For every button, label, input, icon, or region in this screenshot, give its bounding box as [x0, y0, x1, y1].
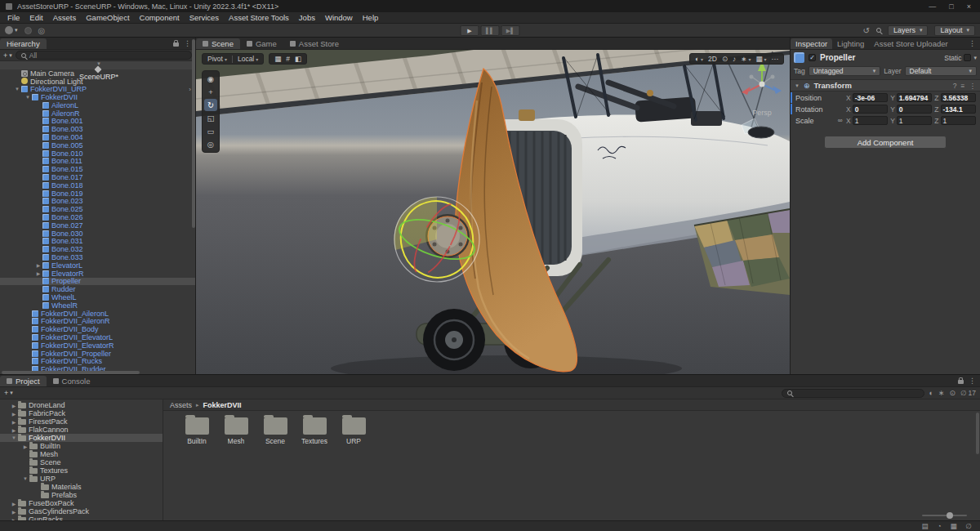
hierarchy-item[interactable]: Bone.010 — [0, 149, 195, 158]
expander-icon[interactable]: ▶ — [10, 501, 18, 506]
presets-icon[interactable]: ≡ — [961, 82, 965, 90]
scene-toolbar-icon[interactable]: ⊙▾ — [722, 55, 728, 63]
project-tree-item[interactable]: Textures — [0, 466, 163, 475]
expander-icon[interactable]: ▶ — [21, 444, 29, 449]
constrain-proportions-icon[interactable]: ∞ — [836, 117, 844, 124]
hierarchy-item[interactable]: AileronL — [0, 101, 195, 109]
hierarchy-item[interactable]: Bone.025 — [0, 205, 195, 213]
project-tab[interactable]: Console — [47, 375, 97, 386]
hierarchy-item[interactable]: FokkerDVII_AileronL — [0, 310, 195, 318]
menu-item[interactable]: Edit — [24, 13, 47, 22]
expander-icon[interactable]: ▼ — [13, 87, 21, 91]
lock-icon[interactable] — [173, 42, 179, 47]
hierarchy-item[interactable]: FokkerDVII_Propeller — [0, 350, 195, 358]
hierarchy-item[interactable]: FokkerDVII_ElevatorL — [0, 333, 195, 341]
status-icon[interactable]: ◔ — [937, 522, 941, 530]
lock-icon[interactable] — [958, 380, 964, 384]
layer-dropdown[interactable]: Default▾ — [905, 66, 978, 76]
playback-button[interactable]: ▶ — [461, 25, 479, 36]
project-tree-item[interactable]: ▶ FlakCannon — [0, 426, 163, 434]
project-search-input[interactable] — [782, 389, 924, 398]
folder-tile[interactable]: URP — [338, 417, 369, 445]
scene-toolbar-icon[interactable]: 2D▾ — [708, 55, 717, 63]
scene-tool-button[interactable]: ▭ — [204, 125, 217, 137]
create-object-button[interactable]: +▾ — [3, 51, 12, 60]
hierarchy-item[interactable]: Bone.030 — [0, 230, 195, 238]
hierarchy-item[interactable]: Bone.005 — [0, 141, 195, 149]
status-icon[interactable]: ▤ — [921, 522, 928, 530]
hierarchy-item[interactable]: FokkerDVII_Rucks — [0, 357, 195, 365]
inspector-tab[interactable]: Asset Store Uploader — [869, 38, 952, 49]
account-button[interactable]: ▾ — [5, 26, 18, 34]
active-checkbox[interactable]: ✓ — [808, 54, 816, 61]
folder-tile[interactable]: Scene — [260, 417, 291, 445]
hierarchy-item[interactable]: ▼ FokkerDVII_URP › — [0, 85, 195, 93]
project-tree-item[interactable]: Materials — [0, 483, 163, 491]
project-tree-item[interactable]: ▶ GasCylindersPack — [0, 507, 163, 515]
undo-history-icon[interactable]: ↺ — [863, 26, 870, 35]
help-icon[interactable]: ? — [953, 82, 957, 90]
thumbnail-zoom-slider[interactable] — [922, 515, 967, 516]
project-tree-item[interactable]: ▶ DroneLand — [0, 401, 163, 409]
project-tab[interactable]: Project — [0, 376, 47, 386]
project-toolbar-icon[interactable]: ⊙ — [950, 389, 956, 397]
expander-icon[interactable]: ▶ — [34, 270, 42, 276]
snap-icon[interactable]: #▾ — [286, 55, 290, 63]
hierarchy-hscrollbar[interactable] — [0, 371, 192, 374]
hierarchy-item[interactable]: ▶ ElevatorR — [0, 270, 195, 278]
component-menu-icon[interactable]: ⋮ — [969, 82, 977, 90]
menu-item[interactable]: Asset Store Tools — [224, 13, 294, 22]
static-toggle[interactable]: Static▾ — [944, 54, 977, 62]
expander-icon[interactable]: ▼ — [21, 476, 29, 481]
menu-item[interactable]: GameObject — [81, 13, 134, 22]
scene-tool-button[interactable]: ◱ — [204, 112, 217, 124]
expander-icon[interactable]: ▶ — [10, 403, 18, 408]
expander-icon[interactable]: ▼ — [10, 435, 18, 440]
hierarchy-item[interactable]: FokkerDVII_AileronR — [0, 318, 195, 326]
hierarchy-item[interactable]: Bone.032 — [0, 245, 195, 253]
menu-item[interactable]: Help — [358, 13, 384, 22]
hierarchy-item[interactable]: Bone.019 — [0, 190, 195, 198]
expander-icon[interactable]: ▶ — [10, 509, 18, 515]
z-value-field[interactable]: 1 — [941, 116, 976, 125]
pivot-toggle[interactable]: Pivot▾ — [207, 55, 227, 63]
scene-toolbar-icon[interactable]: ♪▾ — [733, 55, 736, 63]
x-value-field[interactable]: 0 — [853, 105, 888, 114]
z-value-field[interactable]: -134.1 — [941, 105, 976, 114]
hierarchy-item[interactable]: Rudder — [0, 285, 195, 293]
hierarchy-item[interactable]: ▼ FokkerDVII — [0, 93, 195, 101]
y-value-field[interactable]: 1.694794 — [897, 93, 932, 102]
project-tree-item[interactable]: ▶ FuseBoxPack — [0, 499, 163, 507]
project-tree-item[interactable]: Prefabs — [0, 491, 163, 499]
window-control[interactable]: × — [967, 2, 971, 11]
breadcrumb-root[interactable]: Assets — [170, 401, 192, 409]
project-tree-item[interactable]: ▶ FiresetPack — [0, 417, 163, 426]
menu-item[interactable]: Services — [185, 13, 224, 22]
menu-item[interactable]: File — [2, 13, 24, 22]
panel-menu-icon[interactable]: ⋮ — [969, 39, 976, 47]
inspector-tab[interactable]: Lighting — [832, 38, 869, 49]
add-component-button[interactable]: Add Component — [824, 136, 947, 149]
scene-tool-button[interactable]: ◉ — [204, 73, 217, 85]
status-icon[interactable]: ▦ — [951, 522, 957, 530]
hierarchy-item[interactable]: Bone.015 — [0, 165, 195, 173]
project-tree-item[interactable]: ▶ BuiltIn — [0, 442, 163, 450]
playback-button[interactable]: ▌▌ — [481, 25, 500, 36]
expander-icon[interactable]: ▼ — [24, 95, 32, 100]
hierarchy-item[interactable]: Bone.027 — [0, 221, 195, 230]
scene-tab[interactable]: Game — [240, 38, 283, 49]
hierarchy-item[interactable]: Bone.003 — [0, 125, 195, 133]
hierarchy-item[interactable]: Bone.026 — [0, 213, 195, 221]
hierarchy-item[interactable]: FokkerDVII_Body — [0, 325, 195, 333]
folder-tile[interactable]: Mesh — [220, 417, 252, 445]
folder-tile[interactable]: BuiltIn — [181, 417, 212, 445]
menu-item[interactable]: Assets — [48, 13, 82, 22]
scene-toolbar-icon[interactable]: ◐▾ — [695, 55, 703, 63]
x-value-field[interactable]: 1 — [853, 116, 888, 125]
hierarchy-item[interactable]: WheelL — [0, 293, 195, 301]
layout-dropdown[interactable]: Layout▾ — [934, 25, 975, 36]
hierarchy-item[interactable]: ▶ ElevatorL — [0, 261, 195, 270]
menu-item[interactable]: Window — [320, 13, 358, 22]
hierarchy-item[interactable]: Bone.017 — [0, 173, 195, 181]
scene-tool-button[interactable]: + — [204, 86, 217, 98]
